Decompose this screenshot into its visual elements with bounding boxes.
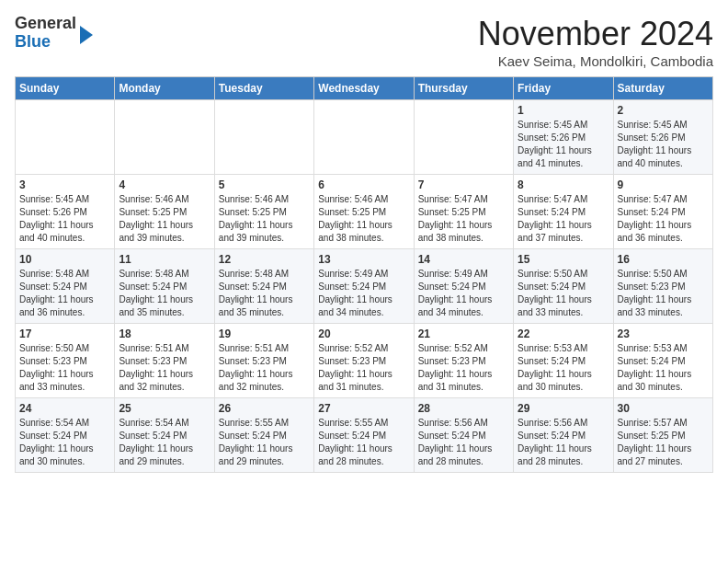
day-info: Sunrise: 5:51 AM Sunset: 5:23 PM Dayligh… — [219, 342, 310, 394]
calendar-table: SundayMondayTuesdayWednesdayThursdayFrid… — [15, 76, 713, 473]
day-info: Sunrise: 5:54 AM Sunset: 5:24 PM Dayligh… — [19, 417, 110, 468]
calendar-cell — [214, 100, 313, 175]
day-number: 25 — [119, 402, 210, 415]
calendar-cell: 5Sunrise: 5:46 AM Sunset: 5:25 PM Daylig… — [214, 175, 313, 249]
day-number: 5 — [219, 178, 310, 191]
day-number: 30 — [618, 402, 709, 415]
day-number: 14 — [418, 253, 509, 266]
day-info: Sunrise: 5:51 AM Sunset: 5:23 PM Dayligh… — [119, 342, 210, 394]
calendar-cell: 28Sunrise: 5:56 AM Sunset: 5:24 PM Dayli… — [414, 398, 513, 473]
logo: General Blue — [15, 15, 93, 52]
day-info: Sunrise: 5:47 AM Sunset: 5:25 PM Dayligh… — [418, 193, 509, 245]
day-number: 18 — [119, 327, 210, 340]
day-info: Sunrise: 5:46 AM Sunset: 5:25 PM Dayligh… — [318, 193, 409, 245]
day-number: 1 — [518, 104, 609, 117]
calendar-cell: 13Sunrise: 5:49 AM Sunset: 5:24 PM Dayli… — [314, 249, 414, 324]
day-number: 3 — [19, 178, 110, 191]
day-number: 27 — [318, 402, 409, 415]
day-info: Sunrise: 5:57 AM Sunset: 5:25 PM Dayligh… — [618, 417, 709, 468]
day-info: Sunrise: 5:45 AM Sunset: 5:26 PM Dayligh… — [618, 119, 709, 170]
calendar-cell: 25Sunrise: 5:54 AM Sunset: 5:24 PM Dayli… — [115, 398, 214, 473]
calendar-week-row: 24Sunrise: 5:54 AM Sunset: 5:24 PM Dayli… — [16, 398, 713, 473]
day-number: 19 — [219, 327, 310, 340]
calendar-cell — [115, 100, 214, 175]
weekday-header-wednesday: Wednesday — [314, 77, 414, 100]
calendar-cell: 19Sunrise: 5:51 AM Sunset: 5:23 PM Dayli… — [214, 324, 313, 398]
day-info: Sunrise: 5:49 AM Sunset: 5:24 PM Dayligh… — [318, 268, 409, 319]
day-number: 29 — [518, 402, 609, 415]
day-info: Sunrise: 5:55 AM Sunset: 5:24 PM Dayligh… — [219, 417, 310, 468]
day-number: 23 — [618, 327, 709, 340]
weekday-header-monday: Monday — [115, 77, 214, 100]
day-info: Sunrise: 5:50 AM Sunset: 5:23 PM Dayligh… — [618, 268, 709, 319]
calendar-cell: 3Sunrise: 5:45 AM Sunset: 5:26 PM Daylig… — [16, 175, 115, 249]
day-info: Sunrise: 5:46 AM Sunset: 5:25 PM Dayligh… — [119, 193, 210, 245]
weekday-header-saturday: Saturday — [613, 77, 712, 100]
day-info: Sunrise: 5:46 AM Sunset: 5:25 PM Dayligh… — [219, 193, 310, 245]
day-number: 26 — [219, 402, 310, 415]
day-number: 2 — [618, 104, 709, 117]
day-number: 9 — [618, 178, 709, 191]
calendar-cell: 15Sunrise: 5:50 AM Sunset: 5:24 PM Dayli… — [514, 249, 613, 324]
day-number: 4 — [119, 178, 210, 191]
day-number: 12 — [219, 253, 310, 266]
calendar-cell: 6Sunrise: 5:46 AM Sunset: 5:25 PM Daylig… — [314, 175, 414, 249]
day-number: 16 — [618, 253, 709, 266]
weekday-header-thursday: Thursday — [414, 77, 513, 100]
day-number: 10 — [19, 253, 110, 266]
day-info: Sunrise: 5:48 AM Sunset: 5:24 PM Dayligh… — [119, 268, 210, 319]
day-info: Sunrise: 5:52 AM Sunset: 5:23 PM Dayligh… — [418, 342, 509, 394]
calendar-cell: 30Sunrise: 5:57 AM Sunset: 5:25 PM Dayli… — [613, 398, 712, 473]
day-number: 13 — [318, 253, 409, 266]
day-info: Sunrise: 5:50 AM Sunset: 5:23 PM Dayligh… — [19, 342, 110, 394]
calendar-cell: 27Sunrise: 5:55 AM Sunset: 5:24 PM Dayli… — [314, 398, 414, 473]
calendar-cell: 21Sunrise: 5:52 AM Sunset: 5:23 PM Dayli… — [414, 324, 513, 398]
calendar-cell: 9Sunrise: 5:47 AM Sunset: 5:24 PM Daylig… — [613, 175, 712, 249]
calendar-cell: 2Sunrise: 5:45 AM Sunset: 5:26 PM Daylig… — [613, 100, 712, 175]
calendar-cell — [16, 100, 115, 175]
day-number: 28 — [418, 402, 509, 415]
day-info: Sunrise: 5:45 AM Sunset: 5:26 PM Dayligh… — [19, 193, 110, 245]
calendar-cell: 23Sunrise: 5:53 AM Sunset: 5:24 PM Dayli… — [613, 324, 712, 398]
day-number: 21 — [418, 327, 509, 340]
weekday-header-friday: Friday — [514, 77, 613, 100]
day-info: Sunrise: 5:50 AM Sunset: 5:24 PM Dayligh… — [518, 268, 609, 319]
day-number: 24 — [19, 402, 110, 415]
page-header: General Blue November 2024 Kaev Seima, M… — [15, 15, 713, 69]
day-info: Sunrise: 5:45 AM Sunset: 5:26 PM Dayligh… — [518, 119, 609, 170]
calendar-cell: 8Sunrise: 5:47 AM Sunset: 5:24 PM Daylig… — [514, 175, 613, 249]
weekday-header-tuesday: Tuesday — [214, 77, 313, 100]
calendar-cell: 26Sunrise: 5:55 AM Sunset: 5:24 PM Dayli… — [214, 398, 313, 473]
month-title: November 2024 — [478, 15, 713, 53]
day-info: Sunrise: 5:55 AM Sunset: 5:24 PM Dayligh… — [318, 417, 409, 468]
day-info: Sunrise: 5:56 AM Sunset: 5:24 PM Dayligh… — [518, 417, 609, 468]
title-area: November 2024 Kaev Seima, Mondolkiri, Ca… — [478, 15, 713, 69]
weekday-header-sunday: Sunday — [16, 77, 115, 100]
calendar-week-row: 1Sunrise: 5:45 AM Sunset: 5:26 PM Daylig… — [16, 100, 713, 175]
logo-general: General — [15, 14, 76, 32]
day-number: 22 — [518, 327, 609, 340]
day-info: Sunrise: 5:48 AM Sunset: 5:24 PM Dayligh… — [219, 268, 310, 319]
logo-arrow-icon — [80, 26, 93, 44]
calendar-week-row: 3Sunrise: 5:45 AM Sunset: 5:26 PM Daylig… — [16, 175, 713, 249]
day-number: 8 — [518, 178, 609, 191]
calendar-cell: 16Sunrise: 5:50 AM Sunset: 5:23 PM Dayli… — [613, 249, 712, 324]
calendar-cell: 4Sunrise: 5:46 AM Sunset: 5:25 PM Daylig… — [115, 175, 214, 249]
day-info: Sunrise: 5:53 AM Sunset: 5:24 PM Dayligh… — [618, 342, 709, 394]
calendar-cell — [414, 100, 513, 175]
calendar-week-row: 10Sunrise: 5:48 AM Sunset: 5:24 PM Dayli… — [16, 249, 713, 324]
calendar-header: SundayMondayTuesdayWednesdayThursdayFrid… — [16, 77, 713, 100]
day-number: 15 — [518, 253, 609, 266]
logo-blue: Blue — [15, 32, 51, 51]
calendar-cell — [314, 100, 414, 175]
day-number: 7 — [418, 178, 509, 191]
calendar-week-row: 17Sunrise: 5:50 AM Sunset: 5:23 PM Dayli… — [16, 324, 713, 398]
day-info: Sunrise: 5:56 AM Sunset: 5:24 PM Dayligh… — [418, 417, 509, 468]
day-info: Sunrise: 5:49 AM Sunset: 5:24 PM Dayligh… — [418, 268, 509, 319]
calendar-cell: 17Sunrise: 5:50 AM Sunset: 5:23 PM Dayli… — [16, 324, 115, 398]
day-number: 17 — [19, 327, 110, 340]
day-info: Sunrise: 5:48 AM Sunset: 5:24 PM Dayligh… — [19, 268, 110, 319]
calendar-cell: 7Sunrise: 5:47 AM Sunset: 5:25 PM Daylig… — [414, 175, 513, 249]
calendar-cell: 24Sunrise: 5:54 AM Sunset: 5:24 PM Dayli… — [16, 398, 115, 473]
calendar-cell: 20Sunrise: 5:52 AM Sunset: 5:23 PM Dayli… — [314, 324, 414, 398]
